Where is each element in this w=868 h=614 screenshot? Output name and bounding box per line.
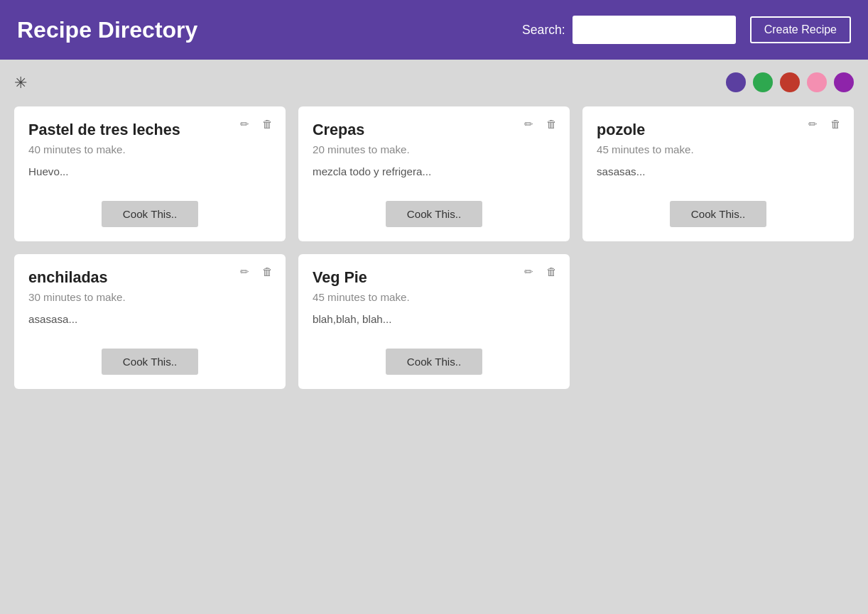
recipe-grid: Pastel de tres leches 40 minutes to make… [0,99,868,403]
recipe-title: Crepas [313,121,555,139]
card-actions [237,264,276,280]
app-title: Recipe Directory [17,17,522,43]
recipe-title: Veg Pie [313,268,555,287]
recipe-card: pozole 45 minutes to make. sasasas... Co… [582,106,854,241]
recipe-description: mezcla todo y refrigera... [313,165,555,188]
pencil-icon [240,118,249,130]
edit-recipe-button[interactable] [237,264,252,280]
card-actions [521,264,560,280]
edit-recipe-button[interactable] [521,116,536,132]
recipe-title: pozole [597,121,840,139]
edit-recipe-button[interactable] [237,116,252,132]
pencil-icon [808,118,818,130]
recipe-title: enchiladas [28,268,271,287]
color-swatches [726,72,854,92]
recipe-description: sasasas... [597,165,840,188]
trash-icon [546,118,557,130]
recipe-description: blah,blah, blah... [313,313,555,336]
recipe-description: Huevo... [28,165,271,188]
delete-recipe-button[interactable] [543,116,560,132]
recipe-time: 45 minutes to make. [597,143,840,155]
trash-icon [546,265,557,278]
sun-icon [14,72,27,92]
toolbar [0,60,868,99]
cook-this-button[interactable]: Cook This.. [102,349,199,375]
recipe-card: Pastel de tres leches 40 minutes to make… [14,106,286,241]
color-swatch-pink[interactable] [807,72,827,92]
edit-recipe-button[interactable] [805,116,820,132]
recipe-card: Crepas 20 minutes to make. mezcla todo y… [298,106,570,241]
edit-recipe-button[interactable] [521,264,536,280]
cook-this-button[interactable]: Cook This.. [670,201,767,227]
recipe-time: 45 minutes to make. [313,291,555,303]
trash-icon [830,118,841,130]
pencil-icon [524,118,533,130]
color-swatch-green[interactable] [753,72,773,92]
create-recipe-button[interactable]: Create Recipe [750,16,851,43]
color-swatch-purple[interactable] [726,72,746,92]
delete-recipe-button[interactable] [259,116,276,132]
card-actions [237,116,276,132]
color-swatch-dark-purple[interactable] [834,72,854,92]
trash-icon [262,118,273,130]
cook-this-button[interactable]: Cook This.. [386,201,483,227]
theme-toggle-button[interactable] [14,72,27,92]
app-header: Recipe Directory Search: Create Recipe [0,0,868,60]
recipe-time: 30 minutes to make. [28,291,271,303]
pencil-icon [524,265,533,278]
recipe-description: asasasa... [28,313,271,336]
pencil-icon [240,265,249,278]
delete-recipe-button[interactable] [543,264,560,280]
recipe-card: enchiladas 30 minutes to make. asasasa..… [14,254,286,389]
search-input[interactable] [573,16,736,44]
recipe-title: Pastel de tres leches [28,121,271,139]
recipe-time: 20 minutes to make. [313,143,555,155]
recipe-time: 40 minutes to make. [28,143,271,155]
card-actions [521,116,560,132]
cook-this-button[interactable]: Cook This.. [386,349,483,375]
color-swatch-red[interactable] [780,72,800,92]
cook-this-button[interactable]: Cook This.. [102,201,199,227]
delete-recipe-button[interactable] [828,116,844,132]
recipe-card: Veg Pie 45 minutes to make. blah,blah, b… [298,254,570,389]
trash-icon [262,265,273,278]
delete-recipe-button[interactable] [259,264,276,280]
card-actions [805,116,844,132]
search-label: Search: [522,23,565,38]
